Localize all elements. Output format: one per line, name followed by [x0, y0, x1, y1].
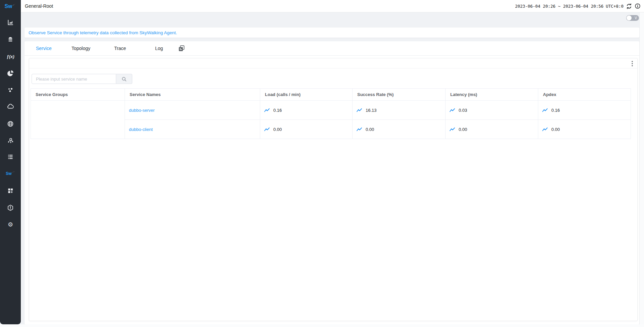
kebab-menu-icon [632, 61, 633, 66]
success-rate-value: 0.00 [366, 127, 374, 132]
trend-line-icon [450, 108, 455, 112]
time-range-picker[interactable]: 2023-06-04 20:26 ~ 2023-06-04 20:56 [515, 4, 603, 9]
tabs-row: Service Topology Trace Log [25, 41, 639, 56]
horizontal-scrollbar[interactable] [0, 324, 644, 327]
sidebar-item-gateway[interactable] [0, 117, 21, 131]
widget-header [29, 58, 637, 68]
list-icon [7, 153, 14, 160]
tab-service[interactable]: Service [36, 41, 52, 56]
trend-line-icon [357, 108, 362, 112]
trend-line-icon [542, 108, 548, 112]
services-table: Service Groups Service Names Load (calls… [31, 88, 631, 139]
widget-menu-button[interactable] [632, 61, 633, 68]
service-group-cell [31, 101, 125, 139]
apdex-sparkline-button[interactable] [542, 108, 548, 112]
sidebar-item-new-dashboard[interactable] [0, 184, 21, 197]
success-rate-sparkline-button[interactable] [357, 108, 362, 112]
latency-value: 0.03 [459, 108, 467, 113]
skywalking-mini-icon: Sw [6, 171, 11, 176]
trend-line-icon [264, 127, 270, 132]
info-button[interactable] [635, 3, 641, 9]
table-row: dubbo-server 0.16 16.13 0.03 0.16 [31, 101, 631, 120]
search-button[interactable] [116, 74, 132, 84]
latency-sparkline-button[interactable] [450, 108, 455, 112]
sidebar-item-topology[interactable] [0, 134, 21, 147]
banner-link[interactable]: Observe Service through telemetry data c… [29, 30, 177, 35]
pie-chart-icon [7, 70, 14, 77]
sidebar-item-functions[interactable]: ƒ(x) [0, 50, 21, 63]
service-search-input[interactable] [32, 74, 116, 84]
trend-line-icon [450, 127, 455, 132]
tab-trace[interactable]: Trace [114, 41, 126, 56]
function-icon: ƒ(x) [6, 54, 14, 59]
toggle-knob [627, 15, 632, 20]
tab-log[interactable]: Log [155, 41, 163, 56]
refresh-icon [626, 3, 632, 9]
col-service-names: Service Names [125, 89, 260, 101]
apdex-value: 0.16 [551, 108, 560, 113]
sidebar-item-service-mesh[interactable] [0, 83, 21, 96]
sidebar-item-self-observability[interactable]: Sw [0, 167, 21, 180]
version-toggle[interactable]: V [626, 15, 639, 21]
sidebar-item-general-service[interactable] [0, 16, 21, 29]
skywalking-logo[interactable]: Sw [0, 2, 21, 11]
alert-hexagon-icon [7, 204, 14, 211]
search-icon [121, 76, 127, 82]
refresh-button[interactable] [626, 3, 632, 9]
vertical-scrollbar[interactable] [639, 12, 644, 324]
apdex-value: 0.00 [551, 127, 560, 132]
main-card: Service Topology Trace Log [25, 41, 639, 324]
dashboard-add-icon [7, 187, 14, 194]
timezone-selector[interactable]: UTC+8:0 [606, 4, 624, 9]
load-sparkline-button[interactable] [264, 127, 270, 132]
copy-docs-icon [178, 45, 185, 52]
sidebar-item-browser[interactable] [0, 66, 21, 80]
col-load: Load (calls / min) [260, 89, 353, 101]
service-list-widget: Service Groups Service Names Load (calls… [29, 58, 638, 321]
page-title: General-Root [25, 3, 53, 9]
col-latency: Latency (ms) [446, 89, 538, 101]
cloud-icon [7, 103, 14, 110]
gear-icon: ⚙ [8, 222, 13, 228]
sidebar-item-infrastructure[interactable] [0, 100, 21, 113]
trend-line-icon [357, 127, 362, 132]
load-sparkline-button[interactable] [264, 108, 270, 112]
mini-swoosh-icon [12, 171, 15, 173]
database-icon [7, 36, 14, 43]
copy-dashboard-button[interactable] [178, 45, 185, 53]
top-header: General-Root 2023-06-04 20:26 ~ 2023-06-… [21, 0, 644, 12]
logo-swoosh-icon [13, 3, 16, 6]
col-success-rate: Success Rate (%) [353, 89, 446, 101]
cluster-dots-icon [7, 86, 14, 93]
toggle-label: V [635, 16, 637, 20]
table-header-row: Service Groups Service Names Load (calls… [31, 89, 631, 101]
bar-chart-icon [7, 19, 14, 26]
load-value: 0.16 [273, 108, 282, 113]
col-apdex: Apdex [538, 89, 631, 101]
service-link-dubbo-client[interactable]: dubbo-client [129, 127, 153, 132]
topology-node-icon [7, 137, 14, 144]
sub-toolbar: V [21, 12, 644, 25]
service-link-dubbo-server[interactable]: dubbo-server [129, 108, 155, 113]
latency-sparkline-button[interactable] [450, 127, 455, 132]
success-rate-value: 16.13 [366, 108, 377, 113]
sidebar: Sw ƒ(x) Sw ⚙ [0, 0, 21, 324]
sidebar-item-settings[interactable]: ⚙ [0, 218, 21, 231]
success-rate-sparkline-button[interactable] [357, 127, 362, 132]
latency-value: 0.00 [459, 127, 467, 132]
tab-topology[interactable]: Topology [72, 41, 90, 56]
info-icon [635, 3, 641, 9]
apdex-sparkline-button[interactable] [542, 127, 548, 132]
search-row [32, 74, 637, 84]
col-service-groups: Service Groups [31, 89, 125, 101]
globe-icon [7, 121, 14, 127]
sidebar-item-alerting[interactable] [0, 201, 21, 215]
load-value: 0.00 [273, 127, 282, 132]
sidebar-item-database[interactable] [0, 33, 21, 46]
trend-line-icon [542, 127, 548, 132]
sidebar-item-list[interactable] [0, 150, 21, 164]
description-banner: Observe Service through telemetry data c… [25, 28, 639, 38]
skywalking-logo-text: Sw [4, 3, 12, 9]
trend-line-icon [264, 108, 270, 112]
